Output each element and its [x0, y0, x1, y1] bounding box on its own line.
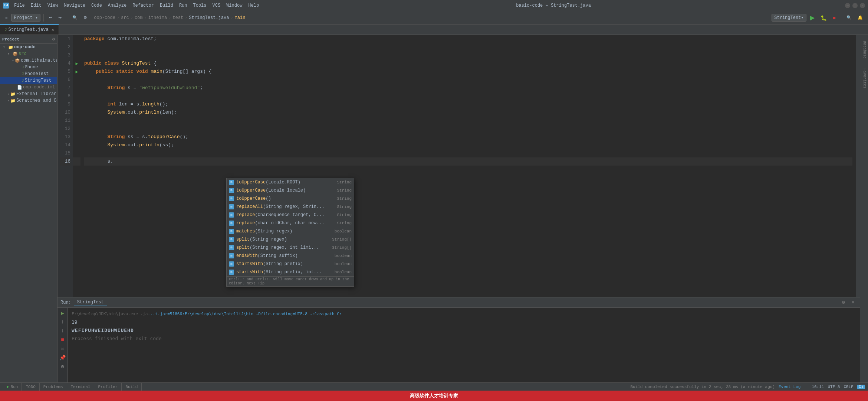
menu-file[interactable]: File	[11, 2, 28, 9]
ac-item-replaceall[interactable]: m replaceAll(String regex, Strin... Stri…	[227, 203, 354, 211]
tree-item-phone[interactable]: ▸ J Phone	[0, 64, 57, 71]
menu-build[interactable]: Build	[157, 2, 176, 9]
ac-item-split-2[interactable]: m split(String regex, int limi... String…	[227, 244, 354, 252]
tree-item-stringtest[interactable]: ▸ J StringTest	[0, 77, 57, 84]
run-close-btn[interactable]: ✕	[59, 345, 66, 352]
ac-item-replace-charseq[interactable]: m replace(CharSequence target, C... Stri…	[227, 211, 354, 219]
breadcrumb-method[interactable]: main	[235, 15, 246, 20]
autocomplete-popup[interactable]: m toUpperCase(Locale.ROOT) String m toUp…	[226, 178, 354, 287]
run-panel-settings[interactable]: ⚙	[839, 299, 848, 306]
right-tab-favorites[interactable]: Favorites	[861, 64, 867, 93]
breadcrumb-itheima[interactable]: itheima	[148, 15, 167, 20]
ac-item-endswith[interactable]: m endsWith(String suffix) boolean	[227, 252, 354, 260]
debug-button[interactable]: 🐛	[818, 14, 829, 22]
toolbar-notifications[interactable]: 🔔	[855, 14, 865, 21]
toolbar-project-dropdown[interactable]: Project ▾	[11, 14, 40, 22]
bottom-tab-problems[interactable]: Problems	[40, 383, 67, 391]
bottom-tab-todo[interactable]: TODO	[22, 383, 39, 391]
src-icon: 📦	[13, 52, 18, 56]
menu-help[interactable]: Help	[245, 2, 262, 9]
toolbar-search-everywhere[interactable]: 🔍	[844, 14, 854, 21]
tab-stringtest[interactable]: J StringTest.java ✕	[0, 24, 59, 35]
menu-code[interactable]: Code	[88, 2, 105, 9]
sidebar-settings[interactable]: ⚙	[52, 36, 55, 42]
close-button[interactable]: ✕	[860, 3, 865, 8]
ac-item-touppercase-locale[interactable]: m toUpperCase(Locale locale) String	[227, 186, 354, 195]
tree-item-iml[interactable]: ▸ 📄 oop-code.iml	[0, 84, 57, 91]
project-tree: ▾ 📁 oop-code ▾ 📦 src ▾ 📦 com.itheima.tes…	[0, 44, 57, 382]
code-line-11	[84, 117, 852, 125]
right-tab-database[interactable]: Database	[861, 36, 867, 63]
tree-item-ext-libs[interactable]: ▸ 📁 External Libraries	[0, 91, 57, 97]
run-scroll-down[interactable]: ↓	[59, 327, 66, 335]
toolbar-project-btn[interactable]: ≡	[3, 15, 10, 21]
menu-edit[interactable]: Edit	[28, 2, 45, 9]
ac-item-replace-char[interactable]: m replace(char oldChar, char new... Stri…	[227, 219, 354, 227]
run-panel-close[interactable]: ✕	[849, 299, 857, 306]
event-log-link[interactable]: Event Log	[779, 385, 800, 389]
ac-method-icon-7: m	[229, 229, 234, 234]
tree-label-scratches: Scratches and Consoles	[16, 98, 57, 103]
tree-item-src[interactable]: ▾ 📦 src	[0, 50, 57, 57]
folder-icon-oop-code: 📁	[8, 45, 13, 50]
package-icon: 📦	[15, 58, 20, 63]
breadcrumb-file[interactable]: StringTest.java	[189, 15, 229, 20]
ac-item-matches[interactable]: m matches(String regex) boolean	[227, 227, 354, 235]
ac-item-touppercase-empty[interactable]: m toUpperCase() String	[227, 195, 354, 203]
bottom-tab-run[interactable]: ▶ Run	[3, 383, 22, 391]
toolbar-settings[interactable]: ⚙	[81, 14, 89, 21]
ac-item-touppercase-root[interactable]: m toUpperCase(Locale.ROOT) String	[227, 178, 354, 186]
bottom-tab-build[interactable]: Build	[122, 383, 142, 391]
code-line-1: package com.itheima.test;	[84, 35, 852, 43]
code-line-5: public static void main(String[] args) {	[84, 68, 852, 76]
menu-navigate[interactable]: Navigate	[61, 2, 88, 9]
run-arrow-4[interactable]: ▶	[73, 59, 80, 68]
toolbar-search[interactable]: 🔍	[70, 14, 80, 21]
window-controls: — □ ✕	[845, 3, 865, 8]
menu-tools[interactable]: Tools	[190, 2, 210, 9]
ac-item-split-1[interactable]: m split(String regex) String[]	[227, 235, 354, 244]
menu-refactor[interactable]: Refactor	[129, 2, 157, 9]
bottom-tab-profiler[interactable]: Profiler	[94, 383, 122, 391]
code-editor[interactable]: 1 2 3 4 5 6 7 8 9 10 11 12 13 14 15 16	[57, 35, 860, 297]
autocomplete-footer: Ctrl+↓↑ and Ctrl+↑↓ will move caret down…	[227, 276, 354, 286]
tree-item-oop-code[interactable]: ▾ 📁 oop-code	[0, 44, 57, 50]
menu-analyze[interactable]: Analyze	[105, 2, 129, 9]
code-content[interactable]: package com.itheima.test; public class S…	[80, 35, 856, 297]
code-line-16: s.	[84, 157, 852, 166]
stop-button[interactable]: ■	[831, 14, 838, 22]
run-rerun-btn[interactable]: ▶	[59, 309, 66, 317]
breadcrumb-com[interactable]: com	[135, 15, 143, 20]
run-output-cmd: F:\develop\JDK\bin\java.exe -ja...t.jar=…	[72, 310, 856, 318]
ac-item-startswith-1[interactable]: m startsWith(String prefix) boolean	[227, 260, 354, 268]
menu-vcs[interactable]: VCS	[210, 2, 224, 9]
tree-item-phonetest[interactable]: ▸ J PhoneTest	[0, 71, 57, 77]
toolbar-undo[interactable]: ↩	[47, 14, 55, 21]
breadcrumb-src[interactable]: src	[121, 15, 129, 20]
tree-label-package: com.itheima.test	[21, 58, 57, 63]
run-stop-btn[interactable]: ■	[59, 336, 66, 343]
run-panel-header: Run: StringTest ⚙ ✕	[57, 297, 860, 308]
main-content: Project ⚙ ▾ 📁 oop-code ▾ 📦 src ▾ 📦 com.i…	[0, 35, 868, 382]
tree-item-package[interactable]: ▾ 📦 com.itheima.test	[0, 57, 57, 64]
tab-close-icon[interactable]: ✕	[52, 27, 54, 33]
breadcrumb-test[interactable]: test	[172, 15, 183, 20]
maximize-button[interactable]: □	[852, 3, 858, 8]
run-pin-btn[interactable]: 📌	[59, 354, 66, 361]
minimize-button[interactable]: —	[845, 3, 850, 8]
menu-window[interactable]: Window	[223, 2, 245, 9]
run-settings-btn[interactable]: ⚙	[59, 363, 66, 370]
run-scroll-up[interactable]: ↑	[59, 318, 66, 326]
menu-run[interactable]: Run	[176, 2, 190, 9]
breadcrumb-project[interactable]: oop-code	[94, 15, 115, 20]
run-tab-stringtest[interactable]: StringTest	[74, 299, 107, 306]
bottom-tab-terminal[interactable]: Terminal	[67, 383, 95, 391]
run-arrow-5[interactable]: ▶	[73, 68, 80, 76]
toolbar-redo[interactable]: ↪	[56, 14, 64, 21]
run-config-dropdown[interactable]: StringTest ▾	[772, 14, 806, 22]
editor-scrollbar[interactable]	[856, 35, 860, 297]
ac-item-startswith-2[interactable]: m startsWith(String prefix, int... boole…	[227, 268, 354, 276]
tree-item-scratches[interactable]: ▸ 📁 Scratches and Consoles	[0, 97, 57, 104]
run-button[interactable]: ▶	[808, 13, 817, 22]
menu-view[interactable]: View	[45, 2, 61, 9]
